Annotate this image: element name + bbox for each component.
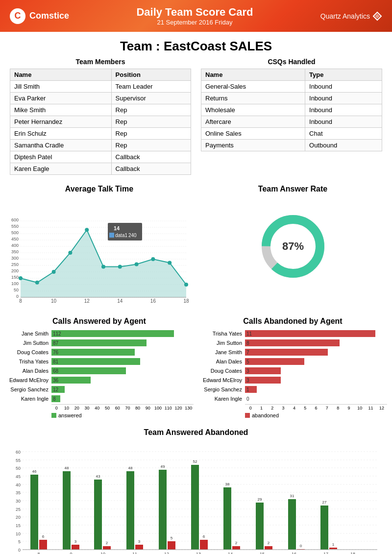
answer-rate-title: Team Answer Rate <box>198 185 387 193</box>
chart-legend: answered <box>51 412 194 418</box>
svg-text:30: 30 <box>16 499 21 504</box>
svg-rect-111 <box>265 546 272 550</box>
donut-chart: 87% <box>254 207 332 286</box>
svg-text:400: 400 <box>11 243 19 248</box>
svg-rect-87 <box>72 545 79 550</box>
svg-point-38 <box>168 261 172 265</box>
list-item: Jim Sutton87 <box>5 339 194 347</box>
svg-text:250: 250 <box>11 262 19 267</box>
svg-text:150: 150 <box>11 275 19 280</box>
csqs-block: CSQs Handled Name Type General-SalesInbo… <box>201 58 382 175</box>
svg-text:2: 2 <box>268 541 270 545</box>
answer-rate-container: Team Answer Rate 87% <box>198 185 387 307</box>
table-row: Karen EagleCallback <box>10 163 191 175</box>
donut-svg: 87% <box>254 207 332 286</box>
svg-text:46: 46 <box>32 469 37 474</box>
table-row: Mike SmithRep <box>10 104 191 116</box>
list-item: Sergio Sanchez12 <box>5 385 194 393</box>
table-row: Samantha CradleRep <box>10 140 191 151</box>
svg-text:38: 38 <box>225 482 230 486</box>
calls-abandoned-title: Calls Abandoned by Agent <box>198 317 387 326</box>
list-item: Edward McElroy36 <box>5 376 194 384</box>
page-header: C Comstice Daily Team Score Card 21 Sept… <box>0 0 392 32</box>
svg-text:29: 29 <box>258 497 262 502</box>
svg-text:6: 6 <box>203 534 205 539</box>
svg-rect-93 <box>126 471 134 550</box>
svg-text:18: 18 <box>350 552 355 554</box>
svg-text:data1: data1 <box>115 233 127 238</box>
calls-answered-chart: Jane Smith112Jim Sutton87Doug Coates76Tr… <box>5 330 194 418</box>
list-item: Doug Coates3 <box>198 367 387 375</box>
logo-text: Comstice <box>29 11 69 21</box>
svg-text:45: 45 <box>16 474 21 479</box>
svg-text:60: 60 <box>16 450 21 455</box>
svg-text:17: 17 <box>323 552 328 554</box>
line-chart-wrap: 0 50 100 150 200 250 300 350 400 450 500… <box>5 197 194 307</box>
svg-text:12: 12 <box>164 552 169 554</box>
svg-point-30 <box>35 281 39 285</box>
list-item: Karen Ingle8 <box>5 395 194 403</box>
svg-text:2: 2 <box>235 541 238 545</box>
svg-rect-107 <box>232 546 240 550</box>
svg-point-29 <box>19 276 23 280</box>
svg-text:0: 0 <box>18 548 21 553</box>
charts-row-1: Average Talk Time 0 50 100 150 200 250 3… <box>0 185 392 317</box>
svg-rect-113 <box>288 499 296 550</box>
svg-text:6: 6 <box>42 534 45 539</box>
svg-text:13: 13 <box>196 552 201 554</box>
svg-text:3: 3 <box>74 539 77 544</box>
svg-point-37 <box>151 257 155 261</box>
col-csq-name: Name <box>201 69 305 81</box>
svg-text:10: 10 <box>16 531 21 536</box>
header-right: Quartz Analytics <box>320 11 382 21</box>
svg-rect-95 <box>135 545 143 550</box>
list-item: Edward McElroy3 <box>198 376 387 384</box>
svg-text:1: 1 <box>332 542 335 547</box>
svg-text:200: 200 <box>11 268 19 273</box>
svg-text:5: 5 <box>171 536 173 540</box>
svg-text:52: 52 <box>193 459 197 464</box>
avg-talk-time-container: Average Talk Time 0 50 100 150 200 250 3… <box>5 185 194 307</box>
svg-point-35 <box>118 265 122 269</box>
svg-rect-109 <box>256 503 264 550</box>
team-members-heading: Team Members <box>10 58 191 66</box>
svg-rect-99 <box>168 541 175 550</box>
svg-text:350: 350 <box>11 249 19 254</box>
svg-text:12: 12 <box>84 298 90 304</box>
svg-text:9: 9 <box>70 552 72 554</box>
table-row: WholesaleInbound <box>201 104 382 116</box>
svg-text:15: 15 <box>16 523 21 528</box>
header-center: Daily Team Score Card 21 September 2016 … <box>136 6 253 26</box>
bar-charts-row: Calls Answered by Agent Jane Smith112Jim… <box>0 317 392 428</box>
table-row: Eva ParkerSupervisor <box>10 93 191 104</box>
svg-text:100: 100 <box>11 281 19 286</box>
svg-point-36 <box>135 262 139 266</box>
line-chart-svg: 0 50 100 150 200 250 300 350 400 450 500… <box>5 197 191 305</box>
svg-rect-117 <box>320 506 328 550</box>
team-title: Team : EastCoast SALES <box>0 32 392 58</box>
calls-answered-title: Calls Answered by Agent <box>5 317 194 326</box>
list-item: Alan Dales68 <box>5 367 194 375</box>
svg-text:55: 55 <box>16 458 21 463</box>
table-row: Online SalesChat <box>201 128 382 140</box>
svg-text:14: 14 <box>117 298 123 304</box>
svg-text:240: 240 <box>128 233 137 238</box>
col-csq-type: Type <box>305 69 382 81</box>
svg-rect-105 <box>223 487 231 550</box>
table-row: Jill SmithTeam Leader <box>10 81 191 93</box>
table-row: Diptesh PatelCallback <box>10 151 191 163</box>
grouped-bar-chart: 0 5 10 15 20 25 30 35 40 45 50 55 60 <box>10 442 382 554</box>
team-members-table: Name Position Jill SmithTeam LeaderEva P… <box>10 69 191 175</box>
svg-rect-42 <box>109 233 114 238</box>
table-row: PaymentsOutbound <box>201 140 382 151</box>
svg-rect-89 <box>94 480 102 550</box>
svg-text:87%: 87% <box>282 240 303 252</box>
list-item: Doug Coates76 <box>5 348 194 356</box>
svg-text:16: 16 <box>292 552 296 554</box>
svg-text:2: 2 <box>106 541 108 545</box>
svg-text:0: 0 <box>16 294 19 299</box>
page-title: Daily Team Score Card <box>136 6 253 19</box>
svg-text:500: 500 <box>11 230 19 235</box>
svg-text:10: 10 <box>100 552 105 554</box>
svg-point-32 <box>68 251 72 255</box>
